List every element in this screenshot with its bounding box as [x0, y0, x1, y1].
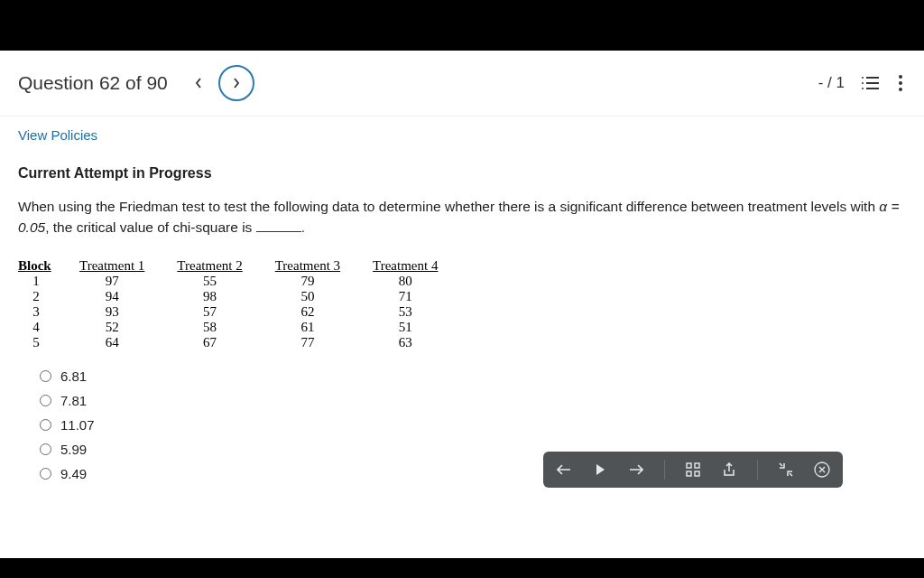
table-header-cell: Block: [18, 258, 63, 274]
table-body: 1975579802949850713935762534525861515646…: [18, 274, 454, 350]
question-text: When using the Friedman test to test the…: [0, 192, 924, 247]
period: .: [301, 219, 305, 235]
table-header-cell: Treatment 2: [161, 258, 258, 274]
table-cell: 57: [161, 304, 258, 320]
option-label: 11.07: [60, 417, 95, 433]
table-cell: 98: [161, 289, 258, 304]
option-label: 5.99: [60, 442, 87, 457]
table-cell: 64: [63, 335, 161, 350]
collapse-icon: [779, 462, 793, 477]
page: Question 62 of 90 - / 1: [0, 51, 924, 558]
toolbar-play-button[interactable]: [592, 461, 608, 478]
svg-rect-7: [695, 463, 699, 468]
next-question-button[interactable]: [218, 65, 254, 101]
toolbar-close-button[interactable]: [814, 461, 830, 478]
question-header: Question 62 of 90 - / 1: [0, 51, 924, 117]
table-cell: 77: [259, 335, 356, 350]
dot-icon: [899, 88, 902, 91]
score-display: - / 1: [818, 74, 845, 92]
arrow-right-icon: [629, 463, 643, 476]
close-circle-icon: [814, 461, 830, 478]
question-text-part2: , the critical value of chi-square is: [45, 219, 255, 235]
table-cell: 94: [63, 289, 161, 304]
question-counter: Question 62 of 90: [18, 72, 168, 94]
dot-icon: [899, 75, 902, 79]
view-policies-link[interactable]: View Policies: [18, 127, 97, 143]
header-right: - / 1: [818, 74, 906, 92]
answer-option[interactable]: 6.81: [40, 368, 924, 384]
table-cell: 55: [161, 274, 258, 289]
table-cell: 3: [18, 304, 63, 320]
table-cell: 2: [18, 289, 63, 304]
table-row: 393576253: [18, 304, 454, 320]
share-icon: [722, 462, 736, 477]
chevron-left-icon: [194, 77, 203, 89]
table-header-cell: Treatment 3: [259, 258, 356, 274]
letterbox-top: [0, 0, 924, 51]
option-label: 7.81: [60, 393, 87, 408]
numbered-list-icon: [861, 76, 879, 90]
svg-rect-6: [687, 463, 691, 468]
answer-option[interactable]: 7.81: [40, 393, 924, 408]
data-table: BlockTreatment 1Treatment 2Treatment 3Tr…: [18, 258, 454, 350]
toolbar-collapse-button[interactable]: [778, 461, 794, 478]
radio-icon: [40, 395, 51, 406]
prev-question-button[interactable]: [184, 69, 213, 98]
blank-fill: [256, 231, 301, 232]
letterbox-bottom: [0, 558, 924, 578]
table-row: 294985071: [18, 289, 454, 304]
question-text-part1: When using the Friedman test to test the…: [18, 199, 879, 214]
table-row: 564677763: [18, 335, 454, 350]
toolbar-back-button[interactable]: [556, 461, 572, 478]
table-row: 452586151: [18, 320, 454, 335]
table-cell: 79: [259, 274, 356, 289]
table-cell: 61: [259, 320, 356, 335]
table-cell: 1: [18, 274, 63, 289]
table-cell: 52: [63, 320, 161, 335]
play-icon: [594, 463, 606, 476]
table-cell: 67: [161, 335, 258, 350]
toolbar-separator: [757, 460, 758, 480]
dot-icon: [899, 81, 902, 85]
radio-icon: [40, 468, 51, 480]
chevron-right-icon: [232, 77, 241, 89]
answer-option[interactable]: 11.07: [40, 417, 924, 433]
svg-point-4: [862, 82, 864, 84]
radio-icon: [40, 443, 51, 455]
arrow-left-icon: [557, 463, 571, 476]
question-list-button[interactable]: [861, 76, 879, 90]
table-cell: 80: [356, 274, 454, 289]
svg-point-3: [862, 77, 864, 79]
option-label: 6.81: [60, 368, 87, 384]
table-header-row: BlockTreatment 1Treatment 2Treatment 3Tr…: [18, 258, 454, 274]
radio-icon: [40, 419, 51, 431]
table-cell: 97: [63, 274, 161, 289]
svg-point-5: [862, 88, 864, 89]
table-cell: 93: [63, 304, 161, 320]
policies-row: View Policies: [0, 117, 924, 151]
media-toolbar: [543, 452, 843, 488]
table-cell: 71: [356, 289, 454, 304]
table-cell: 50: [259, 289, 356, 304]
toolbar-separator: [664, 460, 665, 480]
table-header-cell: Treatment 4: [356, 258, 454, 274]
table-header-cell: Treatment 1: [63, 258, 161, 274]
svg-rect-9: [695, 471, 699, 476]
table-cell: 63: [356, 335, 454, 350]
option-label: 9.49: [60, 466, 87, 481]
table-row: 197557980: [18, 274, 454, 289]
radio-icon: [40, 370, 51, 382]
toolbar-share-button[interactable]: [721, 461, 737, 478]
more-menu-button[interactable]: [895, 75, 906, 91]
toolbar-grid-button[interactable]: [685, 461, 701, 478]
table-cell: 58: [161, 320, 258, 335]
table-cell: 51: [356, 320, 454, 335]
table-cell: 53: [356, 304, 454, 320]
attempt-status: Current Attempt in Progress: [0, 151, 924, 192]
table-cell: 5: [18, 335, 63, 350]
table-cell: 4: [18, 320, 63, 335]
toolbar-forward-button[interactable]: [628, 461, 644, 478]
grid-icon: [686, 462, 700, 477]
svg-rect-8: [687, 471, 691, 476]
table-cell: 62: [259, 304, 356, 320]
